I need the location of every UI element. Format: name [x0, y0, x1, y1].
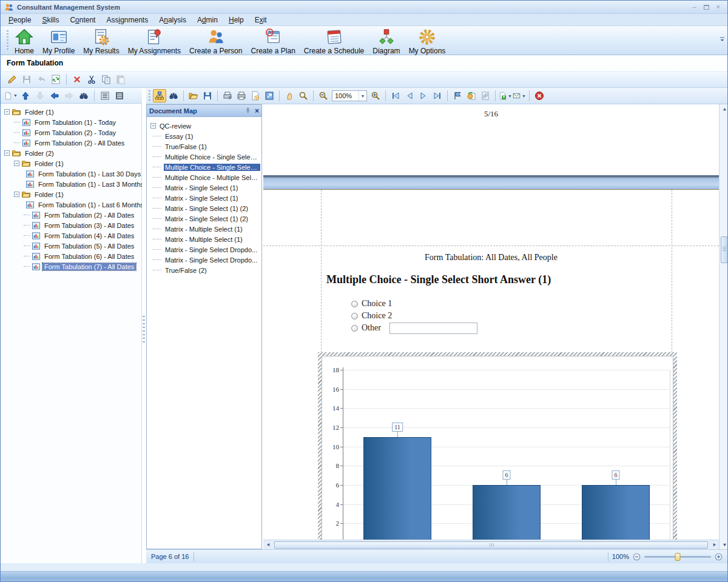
scroll-up-icon[interactable]: [720, 104, 728, 114]
chevron-down-icon[interactable]: ▼: [13, 93, 18, 98]
document-map-item[interactable]: Matrix - Single Select (1): [150, 193, 260, 203]
delete-button[interactable]: [70, 73, 84, 86]
radio-button-icon[interactable]: [351, 325, 358, 332]
create-a-plan-button[interactable]: Create a Plan: [246, 26, 299, 56]
zoom-slider-thumb[interactable]: [675, 553, 681, 561]
edit-button[interactable]: [5, 73, 19, 86]
my-assignments-button[interactable]: My Assignments: [124, 26, 185, 56]
menu-item-content[interactable]: Content: [64, 15, 101, 25]
tree-new-item-button[interactable]: ▼: [4, 89, 18, 102]
report-toggle-document-map-button[interactable]: [153, 89, 166, 102]
report-prev-page-button[interactable]: [403, 89, 416, 102]
chevron-down-icon[interactable]: ▼: [522, 94, 526, 98]
vertical-scroll-thumb[interactable]: [721, 236, 728, 263]
zoom-slider[interactable]: [644, 556, 711, 558]
vertical-scrollbar[interactable]: [719, 104, 728, 549]
document-map-root[interactable]: − QC-review: [150, 121, 260, 131]
report-viewport[interactable]: 5/16 Form Tabulation: All Dates, All Peo…: [263, 104, 719, 540]
collapse-icon[interactable]: −: [14, 192, 19, 197]
tree-report-item[interactable]: Form Tabulation (1) - Today: [1, 117, 142, 127]
document-map-root-label[interactable]: QC-review: [158, 122, 192, 130]
tree-report-item[interactable]: Form Tabulation (7) - All Dates: [1, 261, 142, 272]
other-text-input[interactable]: [389, 323, 477, 334]
report-search-button[interactable]: [167, 89, 180, 102]
restore-icon[interactable]: [704, 5, 709, 10]
toolbar-grip[interactable]: [149, 90, 150, 101]
my-results-button[interactable]: My Results: [79, 26, 123, 56]
horizontal-scrollbar[interactable]: [263, 540, 719, 549]
document-map-item[interactable]: Multiple Choice - Single Select...: [150, 152, 260, 162]
tree-list-view-button[interactable]: [98, 89, 112, 102]
document-map-item[interactable]: Essay (1): [150, 131, 260, 141]
my-options-button[interactable]: My Options: [405, 26, 450, 56]
tree-report-item[interactable]: Form Tabulation (5) - All Dates: [1, 241, 142, 251]
panel-splitter[interactable]: [143, 316, 145, 343]
report-zoom-mode-button[interactable]: [297, 89, 310, 102]
tree-report-item[interactable]: Form Tabulation (4) - All Dates: [1, 230, 142, 241]
home-button[interactable]: Home: [10, 26, 38, 56]
radio-button-icon[interactable]: [351, 313, 358, 319]
radio-button-icon[interactable]: [351, 301, 358, 307]
toolbar-grip[interactable]: [7, 30, 8, 51]
tree-folder[interactable]: −Folder (1): [1, 158, 142, 169]
tree-move-up-button[interactable]: [19, 89, 32, 102]
document-map-item[interactable]: Matrix - Single Select (1) (2): [150, 213, 260, 224]
report-last-page-button[interactable]: [431, 89, 444, 102]
tree-report-item[interactable]: Form Tabulation (1) - Last 3 Months: [1, 179, 142, 189]
cut-button[interactable]: [85, 73, 98, 86]
scroll-left-icon[interactable]: [263, 540, 273, 550]
document-map-item[interactable]: Matrix - Multiple Select (1): [150, 224, 260, 234]
report-bookmarks-button[interactable]: [451, 89, 464, 102]
create-a-schedule-button[interactable]: Create a Schedule: [300, 26, 368, 56]
scroll-down-icon[interactable]: [720, 540, 728, 549]
tree-report-item[interactable]: Form Tabulation (2) - All Dates: [1, 210, 142, 220]
report-scale-button[interactable]: [263, 89, 276, 102]
menu-item-skills[interactable]: Skills: [36, 15, 64, 25]
report-zoom-out-button[interactable]: [317, 89, 330, 102]
pin-icon[interactable]: [244, 107, 251, 114]
report-zoom-in-button[interactable]: [369, 89, 382, 102]
collapse-icon[interactable]: −: [150, 123, 156, 129]
collapse-icon[interactable]: −: [14, 161, 19, 166]
tree-report-item[interactable]: Form Tabulation (1) - Last 30 Days: [1, 169, 142, 179]
report-save-button[interactable]: [201, 89, 214, 102]
create-a-person-button[interactable]: Create a Person: [185, 26, 246, 56]
menu-item-exit[interactable]: Exit: [249, 15, 272, 25]
document-map-item[interactable]: Multiple Choice - Single Select...: [150, 162, 260, 172]
collapse-icon[interactable]: −: [4, 150, 10, 156]
report-stop-button[interactable]: [533, 89, 546, 102]
tree-back-button[interactable]: [48, 89, 61, 102]
tree-report-item[interactable]: Form Tabulation (2) - Today: [1, 127, 142, 138]
collapse-icon[interactable]: −: [4, 109, 10, 115]
scroll-right-icon[interactable]: [709, 540, 719, 550]
report-print-preview-button[interactable]: ?: [221, 89, 234, 102]
tree-find-button[interactable]: [77, 89, 90, 102]
tree-report-item[interactable]: Form Tabulation (6) - All Dates: [1, 251, 142, 261]
report-first-page-button[interactable]: [389, 89, 402, 102]
chart-selection-frame[interactable]: 0246810121416181166: [318, 352, 677, 540]
document-map-item[interactable]: Matrix - Single Select Dropdo...: [150, 244, 260, 255]
document-map-item[interactable]: Multiple Choice - Multiple Sele...: [150, 172, 260, 182]
document-map-item[interactable]: Matrix - Single Select (1) (2): [150, 203, 260, 213]
chevron-down-icon[interactable]: ▼: [359, 91, 366, 101]
document-map-item[interactable]: Matrix - Single Select Dropdo...: [150, 255, 260, 265]
report-export-button[interactable]: ▼: [499, 89, 512, 102]
chevron-down-icon[interactable]: ▼: [508, 94, 512, 98]
tree-folder[interactable]: −Folder (1): [1, 189, 142, 199]
menu-item-admin[interactable]: Admin: [192, 15, 223, 25]
report-watermark-button[interactable]: [479, 89, 492, 102]
horizontal-scroll-thumb[interactable]: [274, 541, 708, 549]
tree-folder[interactable]: −Folder (1): [1, 107, 142, 117]
zoom-level-combo[interactable]: 100%▼: [332, 90, 367, 101]
tree-report-item[interactable]: Form Tabulation (2) - All Dates: [1, 138, 142, 148]
report-page-color-button[interactable]: [465, 89, 478, 102]
copy-button[interactable]: [99, 73, 113, 86]
tree-detail-view-button[interactable]: [113, 89, 126, 102]
document-map-item[interactable]: True/False (2): [150, 265, 260, 275]
document-map-item[interactable]: Matrix - Single Select (1): [150, 182, 260, 193]
menu-item-help[interactable]: Help: [223, 15, 249, 25]
close-icon[interactable]: ×: [255, 107, 259, 115]
minimize-icon[interactable]: –: [692, 4, 696, 10]
report-next-page-button[interactable]: [417, 89, 430, 102]
menu-item-assignments[interactable]: Assignments: [101, 15, 153, 25]
